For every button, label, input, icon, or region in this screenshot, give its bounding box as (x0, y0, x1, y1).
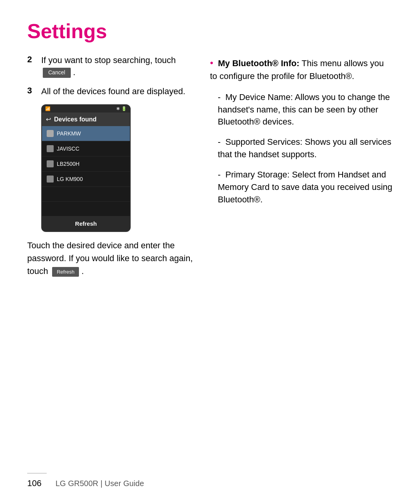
touch-description: Touch the desired device and enter the p… (27, 239, 194, 277)
dash-icon-3: - (218, 170, 220, 179)
phone-status-bar: 📶 ✱ 🔋 (42, 105, 130, 112)
my-device-name-item: - My Device Name: Allows you to change t… (218, 91, 393, 128)
page-number: 106 (27, 478, 42, 488)
device-name-parkmw: PARKMW (57, 130, 81, 137)
step-2: 2 If you want to stop searching, touch C… (27, 54, 194, 79)
device-item-parkmw[interactable]: PARKMW (42, 126, 130, 141)
cancel-button[interactable]: Cancel (43, 68, 71, 78)
supported-services-label: Supported Services: (225, 137, 302, 147)
refresh-button-inline[interactable]: Refresh (52, 267, 79, 277)
back-arrow-icon: ↩ (46, 116, 51, 123)
empty-row-1 (42, 187, 130, 202)
empty-row-2 (42, 202, 130, 216)
step-3-number: 3 (27, 86, 37, 96)
device-icon-javiscc (47, 145, 54, 152)
devices-found-title: Devices found (54, 116, 96, 123)
phone-footer[interactable]: Refresh (42, 216, 130, 231)
device-name-lgkm900: LG KM900 (57, 176, 83, 182)
device-name-javiscc: JAVISCC (57, 146, 79, 152)
phone-mockup: 📶 ✱ 🔋 ↩ Devices found PARKMW JA (41, 104, 131, 232)
footer-separator: | (100, 479, 105, 488)
left-column: 2 If you want to stop searching, touch C… (27, 54, 194, 277)
primary-storage-label: Primary Storage: (225, 170, 289, 179)
step-3: 3 All of the devices found are displayed… (27, 86, 194, 98)
supported-services-item: - Supported Services: Shows you all serv… (218, 136, 393, 161)
footer-guide-text: User Guide (105, 479, 144, 488)
device-item-javiscc[interactable]: JAVISCC (42, 141, 130, 156)
device-list: PARKMW JAVISCC LB2500H LG KM900 (42, 126, 130, 216)
page-title: Settings (27, 19, 393, 43)
step-3-text: All of the devices found are displayed. (41, 86, 186, 98)
step-2-number: 2 (27, 54, 37, 65)
laptop-icon (47, 130, 54, 137)
footer: 106 LG GR500R | User Guide (0, 473, 420, 488)
footer-divider (27, 473, 47, 474)
dash-icon-2: - (218, 137, 220, 147)
device-icon-lgkm900 (47, 176, 54, 183)
device-icon-lb2500h (47, 160, 54, 167)
device-item-lgkm900[interactable]: LG KM900 (42, 172, 130, 187)
bullet-dot: • (210, 58, 213, 68)
bluetooth-icon: ✱ (116, 106, 120, 111)
right-column: • My Bluetooth® Info: This menu allows y… (210, 54, 393, 277)
step-2-text: If you want to stop searching, touch Can… (41, 54, 194, 79)
status-icons: ✱ 🔋 (116, 106, 127, 111)
phone-header: ↩ Devices found (42, 112, 130, 126)
dash-icon-1: - (218, 92, 220, 102)
my-bluetooth-info-label: My Bluetooth® Info: (218, 58, 299, 68)
primary-storage-item: - Primary Storage: Select from Handset a… (218, 169, 393, 206)
device-name-lb2500h: LB2500H (57, 161, 79, 167)
my-bluetooth-info-item: • My Bluetooth® Info: This menu allows y… (210, 56, 393, 83)
battery-icon: 🔋 (121, 106, 127, 111)
signal-icon: 📶 (45, 106, 51, 111)
refresh-button-phone[interactable]: Refresh (75, 220, 97, 227)
device-item-lb2500h[interactable]: LB2500H (42, 156, 130, 172)
my-device-name-label: My Device Name: (225, 92, 293, 102)
footer-brand: LG GR500R | User Guide (56, 479, 144, 488)
